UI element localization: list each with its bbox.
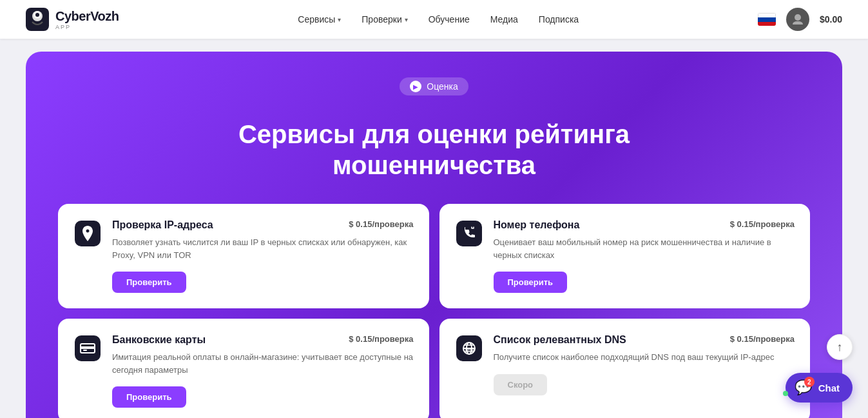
hero-title: Сервисы для оценки рейтинга мошенничеств…	[58, 119, 810, 181]
online-dot	[783, 391, 788, 396]
nav-education[interactable]: Обучение	[429, 14, 470, 25]
nav-checks[interactable]: Проверки ▾	[362, 14, 407, 25]
card-title-dns: Список релевантных DNS	[494, 334, 626, 346]
chat-icon-wrap: 💬 2	[795, 379, 812, 396]
card-body-phone: Номер телефона $ 0.15/проверка Оценивает…	[494, 219, 795, 293]
logo-sub: APP	[55, 24, 119, 30]
flag-icon	[758, 13, 776, 26]
service-card-bank: Банковские карты $ 0.15/проверка Имитаци…	[58, 319, 429, 418]
hero-section: ▶ Оценка Сервисы для оценки рейтинга мош…	[26, 52, 842, 418]
bank-card-icon	[73, 334, 102, 363]
scroll-up-button[interactable]: ↑	[827, 334, 853, 360]
section-badge: ▶ Оценка	[400, 77, 468, 95]
card-body-dns: Список релевантных DNS $ 0.15/проверка П…	[494, 334, 795, 395]
card-price-ip: $ 0.15/проверка	[349, 219, 413, 229]
badge-text: Оценка	[427, 81, 458, 92]
nav-media[interactable]: Медиа	[490, 14, 518, 25]
check-button-phone[interactable]: Проверить	[494, 272, 568, 293]
card-body-bank: Банковские карты $ 0.15/проверка Имитаци…	[112, 334, 414, 408]
chat-label: Chat	[818, 383, 840, 393]
logo-icon	[26, 8, 49, 31]
card-price-bank: $ 0.15/проверка	[349, 334, 413, 344]
svg-text:DNS: DNS	[465, 347, 475, 352]
service-card-dns: DNS Список релевантных DNS $ 0.15/провер…	[439, 319, 811, 418]
main-nav: Сервисы ▾ Проверки ▾ Обучение Медиа Подп…	[298, 14, 579, 25]
svg-point-4	[795, 14, 801, 21]
header: CyberVozh APP Сервисы ▾ Проверки ▾ Обуче…	[0, 0, 868, 39]
card-title-ip: Проверка IP-адреса	[112, 219, 213, 231]
soon-button-dns: Скоро	[494, 374, 548, 395]
badge-arrow-icon: ▶	[410, 81, 421, 92]
dns-icon: DNS	[455, 334, 483, 363]
svg-point-3	[35, 13, 39, 17]
card-title-phone: Номер телефона	[494, 219, 580, 231]
check-button-ip[interactable]: Проверить	[112, 272, 186, 293]
nav-subscription[interactable]: Подписка	[539, 14, 579, 25]
avatar[interactable]	[786, 8, 809, 31]
chevron-down-icon: ▾	[405, 16, 408, 23]
header-right: $0.00	[758, 8, 842, 31]
card-desc-bank: Имитация реальной оплаты в онлайн-магази…	[112, 351, 414, 376]
svg-rect-10	[83, 350, 87, 351]
logo-text: CyberVozh	[55, 9, 119, 23]
service-card-ip: Проверка IP-адреса $ 0.15/проверка Позво…	[58, 204, 429, 308]
services-grid: Проверка IP-адреса $ 0.15/проверка Позво…	[58, 204, 810, 418]
chat-badge: 2	[804, 377, 815, 387]
chat-widget[interactable]: 💬 2 Chat	[786, 373, 853, 403]
chevron-down-icon: ▾	[338, 16, 341, 23]
nav-services[interactable]: Сервисы ▾	[298, 14, 341, 25]
page-content: ▶ Оценка Сервисы для оценки рейтинга мош…	[0, 39, 868, 418]
card-desc-phone: Оценивает ваш мобильный номер на риск мо…	[494, 236, 795, 261]
logo[interactable]: CyberVozh APP	[26, 8, 119, 31]
arrow-up-icon: ↑	[837, 341, 843, 354]
card-desc-dns: Получите список наиболее подходящий DNS …	[494, 351, 795, 364]
card-title-bank: Банковские карты	[112, 334, 206, 346]
service-card-phone: Номер телефона $ 0.15/проверка Оценивает…	[439, 204, 811, 308]
check-button-bank[interactable]: Проверить	[112, 386, 186, 408]
card-price-dns: $ 0.15/проверка	[730, 334, 795, 344]
svg-rect-9	[81, 346, 95, 349]
balance-display: $0.00	[820, 14, 842, 25]
card-body-ip: Проверка IP-адреса $ 0.15/проверка Позво…	[112, 219, 414, 293]
ip-icon	[73, 219, 102, 248]
phone-icon	[455, 219, 483, 248]
card-price-phone: $ 0.15/проверка	[730, 219, 795, 229]
card-desc-ip: Позволяет узнать числится ли ваш IP в че…	[112, 236, 414, 261]
svg-rect-6	[456, 221, 482, 246]
